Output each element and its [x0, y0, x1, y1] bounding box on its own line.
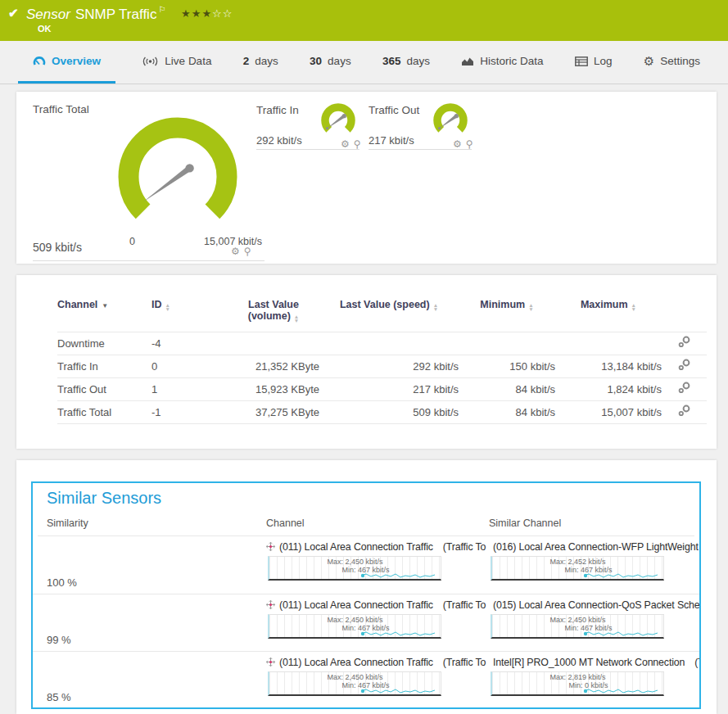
- col-header-maximum[interactable]: Maximum▲▼: [555, 296, 662, 332]
- move-icon[interactable]: [266, 658, 275, 667]
- table-row: Traffic Out 1 15,923 KByte 217 kbit/s 84…: [57, 377, 707, 400]
- similar-sensor-row: 100 % (011) Local Area Connection Traffi…: [33, 536, 699, 594]
- cell-channel: Traffic In: [57, 355, 151, 377]
- tab-2-days[interactable]: 2 days: [238, 41, 283, 84]
- edit-channel-button[interactable]: [662, 332, 707, 355]
- similar-channel-cell: (016) Local Area Connection-WFP LightWei…: [489, 536, 699, 594]
- cell-id: -1: [151, 400, 228, 423]
- similar-channel-mini-graph: Max: 2,452 kbit/s Min: 467 kbit/s: [491, 556, 664, 581]
- similar-channel-cell: (015) Local Area Connection-QoS Packet S…: [489, 594, 699, 651]
- cell-speed: 217 kbit/s: [319, 377, 459, 400]
- move-icon[interactable]: [266, 600, 275, 609]
- tab-log[interactable]: Log: [570, 41, 617, 84]
- similarity-value: 99 %: [47, 634, 266, 651]
- cell-minimum: 150 kbit/s: [459, 355, 555, 377]
- channel-mini-graph: Max: 2,450 kbit/s Min: 467 kbit/s: [268, 614, 441, 639]
- channel-name: (016) Local Area Connection-WFP LightWei…: [493, 541, 699, 553]
- traffic-total-gauge: [108, 113, 247, 236]
- sort-icon: ▲▼: [528, 304, 533, 312]
- traffic-out-actions: ⚙ ⚲: [453, 139, 473, 149]
- tab-30-days[interactable]: 30 days: [305, 41, 356, 84]
- cell-id: -4: [151, 332, 228, 355]
- move-icon[interactable]: [266, 542, 275, 551]
- channel-cell: (011) Local Area Connection Traffic(Traf…: [266, 652, 489, 708]
- col-header-channel[interactable]: Channel▼: [57, 296, 151, 332]
- tab-settings[interactable]: ⚙ Settings: [639, 41, 705, 84]
- channel-table-panel: Channel▼ ID▲▼ Last Value (volume)▲▼ Last…: [16, 275, 717, 449]
- channel-name: (011) Local Area Connection Traffic: [279, 599, 433, 611]
- edit-channel-button[interactable]: [662, 355, 707, 377]
- similar-sensors-title: Similar Sensors: [47, 489, 161, 508]
- cell-maximum: 13,184 kbit/s: [555, 355, 662, 377]
- sensor-kind-label: Sensor: [26, 7, 70, 22]
- sort-icon: ▲▼: [165, 304, 170, 312]
- channel-settings-icon: [678, 382, 691, 394]
- table-row: Downtime -4: [57, 332, 707, 355]
- sensor-title-line: SensorSNMP Traffic⚐ ★★★☆☆: [26, 5, 233, 23]
- gauge-scale-min: 0: [129, 236, 135, 247]
- divider: [256, 149, 359, 150]
- edit-channel-button[interactable]: [662, 400, 707, 423]
- channel-settings-icon: [678, 359, 691, 371]
- cell-channel: Downtime: [57, 332, 151, 355]
- col-header-minimum[interactable]: Minimum▲▼: [459, 296, 555, 332]
- cell-id: 1: [151, 377, 228, 400]
- cell-maximum: 15,007 kbit/s: [555, 400, 662, 423]
- gauge-needle: [143, 166, 192, 202]
- cell-volume: [228, 332, 319, 355]
- col-header-volume[interactable]: Last Value (volume)▲▼: [228, 296, 319, 332]
- tab-overview[interactable]: Overview: [18, 41, 115, 84]
- pin-icon[interactable]: ⚲: [244, 246, 251, 256]
- tab-historic-data[interactable]: Historic Data: [456, 41, 548, 84]
- sort-icon: ▲▼: [631, 304, 636, 312]
- flag-icon[interactable]: ⚐: [158, 5, 165, 14]
- gauge-actions: ⚙ ⚲: [231, 246, 251, 256]
- gauge-settings-icon[interactable]: ⚙: [341, 139, 350, 149]
- similarity-value: 85 %: [47, 691, 266, 708]
- channel-mini-graph: Max: 2,450 kbit/s Min: 467 kbit/s: [268, 671, 441, 696]
- cell-minimum: [459, 332, 555, 355]
- edit-channel-button[interactable]: [662, 377, 707, 400]
- col-header-speed[interactable]: Last Value (speed)▲▼: [319, 296, 459, 332]
- cell-volume: 21,352 KByte: [228, 355, 319, 377]
- traffic-out-value: 217 kbit/s: [369, 134, 414, 147]
- log-icon: [575, 56, 588, 66]
- col-header-channel: Channel: [266, 517, 489, 529]
- tab-live-data[interactable]: Live Data: [137, 41, 216, 84]
- sensor-header: ✔ SensorSNMP Traffic⚐ ★★★☆☆ OK: [0, 0, 728, 41]
- cell-minimum: 84 kbit/s: [459, 377, 555, 400]
- gauge-settings-icon[interactable]: ⚙: [453, 139, 462, 149]
- cell-speed: 292 kbit/s: [319, 355, 459, 377]
- table-row: Traffic Total -1 37,275 KByte 509 kbit/s…: [57, 400, 707, 423]
- sort-desc-icon: ▼: [102, 302, 108, 310]
- pin-icon[interactable]: ⚲: [466, 139, 473, 149]
- channel-name: (015) Local Area Connection-QoS Packet S…: [493, 599, 699, 611]
- divider: [33, 260, 265, 261]
- sparkline: [492, 557, 666, 581]
- table-header-row: Channel▼ ID▲▼ Last Value (volume)▲▼ Last…: [57, 296, 707, 332]
- page-title: SNMP Traffic: [75, 7, 157, 22]
- priority-stars[interactable]: ★★★☆☆: [181, 7, 233, 20]
- stars-empty: ☆☆: [212, 7, 233, 20]
- col-header-id[interactable]: ID▲▼: [151, 296, 228, 332]
- similar-sensors-panel: Similar Sensors Similarity Channel Simil…: [16, 460, 717, 714]
- area-chart-icon: [461, 56, 474, 66]
- col-header-similar-channel: Similar Channel: [489, 517, 699, 529]
- col-header-similarity: Similarity: [47, 517, 266, 529]
- cell-maximum: 1,824 kbit/s: [555, 377, 662, 400]
- pin-icon[interactable]: ⚲: [354, 139, 361, 149]
- similar-sensors-rows: 100 % (011) Local Area Connection Traffi…: [33, 536, 699, 708]
- cell-id: 0: [151, 355, 228, 377]
- channel-mini-graph: Max: 2,450 kbit/s Min: 467 kbit/s: [268, 556, 441, 581]
- cell-speed: 509 kbit/s: [319, 400, 459, 423]
- tab-365-days[interactable]: 365 days: [378, 41, 435, 84]
- gauge-settings-icon[interactable]: ⚙: [231, 246, 240, 256]
- traffic-in-actions: ⚙ ⚲: [341, 139, 361, 149]
- channel-name: (011) Local Area Connection Traffic: [279, 657, 433, 668]
- channel-cell: (011) Local Area Connection Traffic(Traf…: [266, 536, 489, 594]
- table-row: Traffic In 0 21,352 KByte 292 kbit/s 150…: [57, 355, 707, 377]
- ok-check-icon: ✔: [8, 6, 19, 20]
- channel-table: Channel▼ ID▲▼ Last Value (volume)▲▼ Last…: [57, 296, 707, 424]
- sparkline: [269, 672, 443, 697]
- channel-name-suffix: (Traffic To: [443, 599, 486, 611]
